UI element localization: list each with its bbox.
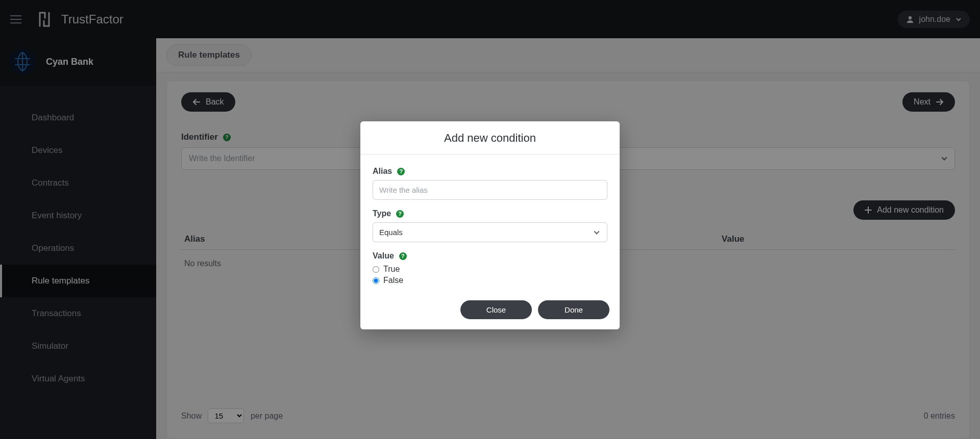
- type-label: Type: [373, 209, 391, 218]
- modal-overlay[interactable]: Add new condition Alias ? Type ? Value ?: [0, 0, 980, 439]
- help-icon[interactable]: ?: [397, 168, 405, 175]
- type-label-row: Type ?: [373, 209, 607, 218]
- radio-true-label: True: [383, 265, 400, 274]
- add-condition-modal: Add new condition Alias ? Type ? Value ?: [360, 121, 620, 329]
- close-button[interactable]: Close: [460, 300, 532, 319]
- value-radio-false[interactable]: False: [373, 276, 607, 285]
- radio-false-input[interactable]: [373, 277, 379, 284]
- value-field-label: Value: [373, 251, 394, 261]
- modal-title: Add new condition: [360, 121, 620, 154]
- type-select[interactable]: [373, 222, 607, 242]
- alias-label: Alias: [373, 167, 392, 176]
- help-icon[interactable]: ?: [399, 252, 407, 260]
- alias-label-row: Alias ?: [373, 167, 607, 176]
- value-label-row: Value ?: [373, 251, 607, 261]
- help-icon[interactable]: ?: [396, 210, 404, 218]
- done-button[interactable]: Done: [538, 300, 609, 319]
- value-radio-group: True False: [373, 265, 607, 285]
- radio-false-label: False: [383, 276, 403, 285]
- alias-input[interactable]: [373, 180, 607, 200]
- value-radio-true[interactable]: True: [373, 265, 607, 274]
- radio-true-input[interactable]: [373, 266, 379, 273]
